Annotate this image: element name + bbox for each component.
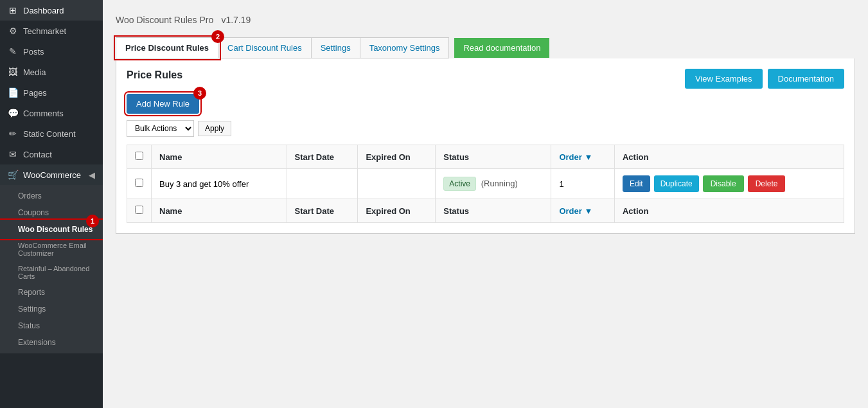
sidebar-item-orders[interactable]: Orders <box>0 188 103 204</box>
woo-collapse-icon: ◀ <box>89 170 95 180</box>
duplicate-button[interactable]: Duplicate <box>654 175 699 192</box>
table-row: Buy 3 and get 10% offer Active (Running)… <box>127 169 844 199</box>
row-order: 1 <box>551 169 615 199</box>
documentation-button[interactable]: Documentation <box>768 69 844 89</box>
toolbar-right: View Examples Documentation <box>685 69 844 89</box>
add-new-rule-button[interactable]: Add New Rule 3 <box>127 94 199 114</box>
badge-1: 1 <box>86 215 99 227</box>
footer-col-action: Action <box>614 199 844 223</box>
sidebar-item-techmarket[interactable]: ⚙ Techmarket <box>0 21 103 41</box>
footer-col-expired-on: Expired On <box>358 199 436 223</box>
toolbar-row: Price Rules View Examples Documentation <box>127 69 844 89</box>
add-rule-row: Add New Rule 3 <box>127 94 844 114</box>
dashboard-icon: ⊞ <box>8 5 18 15</box>
sidebar: ⊞ Dashboard ⚙ Techmarket ✎ Posts 🖼 Media… <box>0 0 103 408</box>
tab-group: Price Discount Rules 2 Cart Discount Rul… <box>116 37 449 58</box>
footer-select-all-checkbox[interactable] <box>135 206 143 214</box>
tab-read-documentation[interactable]: Read documentation <box>454 38 549 58</box>
footer-col-name: Name <box>152 199 287 223</box>
tab-cart-discount-rules[interactable]: Cart Discount Rules <box>218 38 312 58</box>
page-title: Woo Discount Rules Pro v1.7.19 <box>116 10 855 27</box>
sidebar-item-settings[interactable]: Settings <box>0 301 103 317</box>
badge-2: 2 <box>211 30 224 43</box>
sidebar-item-extensions[interactable]: Extensions <box>0 334 103 351</box>
bulk-actions-select[interactable]: Bulk Actions <box>127 120 194 137</box>
bulk-actions-row: Bulk Actions Apply <box>127 120 844 137</box>
content-box: Price Rules View Examples Documentation … <box>116 58 855 234</box>
row-expired-on <box>358 169 436 199</box>
sidebar-item-comments[interactable]: 💬 Comments <box>0 103 103 123</box>
woocommerce-icon: 🛒 <box>8 170 18 180</box>
badge-3: 3 <box>193 87 206 100</box>
status-badge: Active <box>443 177 476 191</box>
row-actions: Edit Duplicate Disable Delete <box>614 169 844 199</box>
action-buttons: Edit Duplicate Disable Delete <box>623 175 836 192</box>
view-examples-button[interactable]: View Examples <box>685 69 763 89</box>
footer-col-order[interactable]: Order ▼ <box>551 199 615 223</box>
sidebar-item-woocommerce-email-customizer[interactable]: WooCommerce Email Customizer <box>0 238 103 261</box>
posts-icon: ✎ <box>8 46 18 57</box>
tab-price-discount-rules[interactable]: Price Discount Rules 2 <box>116 38 218 58</box>
gear-icon: ⚙ <box>8 26 18 36</box>
footer-col-start-date: Start Date <box>287 199 358 223</box>
sidebar-item-contact[interactable]: ✉ Contact <box>0 144 103 164</box>
sidebar-item-static-content[interactable]: ✏ Static Content <box>0 123 103 144</box>
col-start-date: Start Date <box>287 145 358 169</box>
status-note: (Running) <box>481 179 518 188</box>
select-all-checkbox[interactable] <box>135 152 143 160</box>
table-header-row: Name Start Date Expired On Status Order … <box>127 145 844 169</box>
delete-button[interactable]: Delete <box>748 175 786 192</box>
tabs-wrapper: Price Discount Rules 2 Cart Discount Rul… <box>116 37 855 58</box>
col-order[interactable]: Order ▼ <box>551 145 615 169</box>
disable-button[interactable]: Disable <box>703 175 744 192</box>
main-content: Woo Discount Rules Pro v1.7.19 Price Dis… <box>103 0 868 408</box>
media-icon: 🖼 <box>8 67 18 77</box>
section-title: Price Rules <box>127 69 182 81</box>
row-checkbox[interactable] <box>135 179 143 187</box>
col-action: Action <box>614 145 844 169</box>
sidebar-item-dashboard[interactable]: ⊞ Dashboard <box>0 0 103 21</box>
sidebar-item-pages[interactable]: 📄 Pages <box>0 82 103 103</box>
footer-col-status: Status <box>436 199 551 223</box>
woo-submenu: Orders Coupons Woo Discount Rules 1 WooC… <box>0 185 103 353</box>
sidebar-item-status[interactable]: Status <box>0 317 103 334</box>
tab-taxonomy-settings[interactable]: Taxonomy Settings <box>360 38 449 58</box>
col-name: Name <box>152 145 287 169</box>
rules-table: Name Start Date Expired On Status Order … <box>127 145 844 223</box>
sidebar-item-posts[interactable]: ✎ Posts <box>0 41 103 62</box>
sidebar-item-reports[interactable]: Reports <box>0 284 103 301</box>
row-status: Active (Running) <box>436 169 551 199</box>
comments-icon: 💬 <box>8 108 18 118</box>
apply-button[interactable]: Apply <box>198 121 231 136</box>
tab-settings[interactable]: Settings <box>312 38 360 58</box>
edit-button[interactable]: Edit <box>623 175 650 192</box>
pages-icon: 📄 <box>8 87 18 98</box>
col-expired-on: Expired On <box>358 145 436 169</box>
contact-icon: ✉ <box>8 149 18 159</box>
sidebar-item-retainful[interactable]: Retainful – Abandoned Carts <box>0 261 103 284</box>
sidebar-item-media[interactable]: 🖼 Media <box>0 62 103 82</box>
row-name: Buy 3 and get 10% offer <box>152 169 287 199</box>
col-status: Status <box>436 145 551 169</box>
table-footer-row: Name Start Date Expired On Status Order … <box>127 199 844 223</box>
sidebar-item-woocommerce[interactable]: 🛒 WooCommerce ◀ <box>0 164 103 185</box>
sidebar-item-woo-discount-rules[interactable]: Woo Discount Rules 1 <box>0 221 103 238</box>
static-content-icon: ✏ <box>8 129 18 139</box>
row-start-date <box>287 169 358 199</box>
